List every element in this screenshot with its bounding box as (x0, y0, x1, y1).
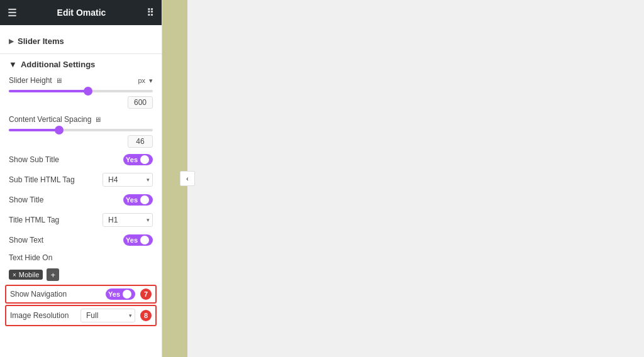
toggle-circle3 (140, 236, 149, 244)
show-subtitle-label: Show Sub Title (9, 155, 59, 164)
slider-height-value[interactable]: 600 (128, 96, 153, 109)
title-tag-select[interactable]: H1H2H3H4 (103, 213, 153, 227)
toggle-circle (140, 155, 149, 164)
top-bar-title: Edit Omatic (57, 8, 106, 18)
show-subtitle-toggle-text: Yes (126, 156, 138, 163)
image-resolution-select[interactable]: FullMediumThumbnail (80, 309, 135, 322)
content-spacing-track[interactable] (9, 129, 153, 131)
resolution-badge: 8 (140, 310, 152, 321)
tag-close-icon[interactable]: × (13, 272, 16, 278)
slider-height-thumb[interactable] (84, 87, 92, 96)
slider-items-section[interactable]: ▶ Slider Items (0, 31, 162, 51)
show-subtitle-toggle[interactable]: Yes (123, 154, 153, 165)
show-text-row: Show Text Yes (0, 231, 162, 250)
image-resolution-label: Image Resolution (10, 311, 69, 320)
text-hide-on-label: Text Hide On (9, 253, 52, 262)
title-tag-select-wrapper[interactable]: H1H2H3H4 (103, 213, 153, 227)
toggle-circle4 (123, 290, 131, 299)
mobile-tag[interactable]: × Mobile (9, 270, 43, 280)
left-panel: ☰ Edit Omatic ⠿ ▶ Slider Items ▼ Additio… (0, 0, 162, 357)
subtitle-tag-label: Sub Title HTML Tag (9, 175, 75, 184)
show-title-row: Show Title Yes (0, 190, 162, 209)
text-hide-on-row: Text Hide On (0, 250, 162, 266)
text-hide-on-tags: × Mobile + (0, 266, 162, 283)
slider-height-fill (9, 90, 88, 92)
show-subtitle-row: Show Sub Title Yes (0, 150, 162, 169)
content-spacing-thumb[interactable] (55, 126, 64, 135)
image-resolution-row: Image Resolution FullMediumThumbnail 8 (10, 309, 152, 322)
image-resolution-select-wrapper[interactable]: FullMediumThumbnail (80, 309, 135, 322)
additional-settings-section[interactable]: ▼ Additional Settings (0, 57, 162, 72)
panel-content: ▶ Slider Items ▼ Additional Settings Sli… (0, 25, 162, 357)
slider-items-label: Slider Items (18, 36, 64, 46)
additional-settings-label: Additional Settings (21, 60, 95, 69)
subtitle-tag-select-wrapper[interactable]: H4H1H2H3 (103, 173, 153, 187)
show-navigation-label: Show Navigation (10, 290, 67, 299)
content-spacing-fill (9, 129, 59, 131)
grid-icon[interactable]: ⠿ (147, 7, 154, 19)
hamburger-icon[interactable]: ☰ (8, 7, 16, 19)
slider-height-track[interactable] (9, 90, 153, 92)
px-unit: px (138, 77, 145, 84)
content-spacing-text: Content Vertical Spacing (9, 115, 91, 124)
slider-height-text: Slider Height (9, 76, 52, 85)
add-tag-button[interactable]: + (47, 268, 59, 281)
navigation-badge: 7 (140, 288, 152, 300)
top-bar: ☰ Edit Omatic ⠿ (0, 0, 162, 25)
monitor-icon2: 🖥 (94, 116, 101, 123)
content-spacing-label: Content Vertical Spacing 🖥 (9, 115, 101, 124)
px-dropdown-arrow[interactable]: ▾ (149, 77, 153, 85)
additional-settings-arrow: ▼ (9, 60, 17, 69)
tag-label: Mobile (19, 271, 39, 278)
subtitle-tag-select[interactable]: H4H1H2H3 (103, 173, 153, 187)
slider-height-label: Slider Height 🖥 (9, 76, 62, 85)
image-resolution-highlighted: Image Resolution FullMediumThumbnail 8 (5, 305, 157, 326)
content-spacing-row: Content Vertical Spacing 🖥 (0, 111, 162, 128)
slider-height-row: Slider Height 🖥 px ▾ (0, 72, 162, 89)
show-text-label: Show Text (9, 236, 43, 244)
show-navigation-highlighted: Show Navigation Yes 7 (5, 285, 157, 304)
slider-items-arrow: ▶ (9, 38, 14, 45)
show-navigation-row: Show Navigation Yes 7 (10, 288, 152, 300)
show-text-toggle-text: Yes (126, 236, 138, 244)
monitor-icon: 🖥 (55, 77, 62, 84)
slider-height-right: px ▾ (138, 77, 153, 85)
show-title-toggle[interactable]: Yes (123, 194, 153, 206)
show-text-toggle[interactable]: Yes (123, 234, 153, 246)
show-navigation-toggle[interactable]: Yes (106, 288, 135, 300)
title-tag-row: Title HTML Tag H1H2H3H4 (0, 209, 162, 231)
title-tag-label: Title HTML Tag (9, 216, 59, 224)
show-title-label: Show Title (9, 195, 43, 204)
toggle-circle2 (140, 195, 149, 204)
show-title-toggle-text: Yes (126, 196, 138, 204)
subtitle-tag-row: Sub Title HTML Tag H4H1H2H3 (0, 169, 162, 190)
show-navigation-toggle-text: Yes (108, 290, 120, 298)
content-spacing-value[interactable]: 46 (128, 135, 153, 148)
